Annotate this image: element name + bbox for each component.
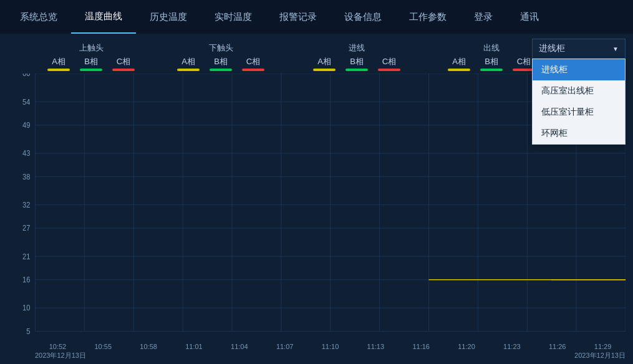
dropdown-option-incoming[interactable]: 进线柜 — [533, 59, 625, 80]
svg-text:38: 38 — [22, 172, 30, 181]
cabinet-dropdown-selected: 进线柜 — [539, 43, 565, 54]
svg-text:10: 10 — [22, 304, 31, 312]
time-label-1: 10:55 — [80, 343, 126, 350]
time-label-8: 11:16 — [399, 343, 444, 350]
group-upper-contact-label: 上触头 — [79, 42, 104, 54]
group-lower-contact: 下触头 A相 B相 C相 — [172, 42, 269, 71]
phase-outgoing-a: A相 — [443, 56, 475, 71]
nav-item-communication[interactable]: 通讯 — [506, 0, 553, 34]
phase-incoming-b: B相 — [341, 56, 373, 71]
phase-bar-upper-b — [80, 69, 102, 71]
svg-text:43: 43 — [22, 149, 30, 158]
phase-bar-incoming-c — [378, 69, 400, 71]
nav-item-history-temperature[interactable]: 历史温度 — [136, 0, 201, 34]
phase-upper-b: B相 — [75, 56, 107, 71]
nav-item-temperature-curve[interactable]: 温度曲线 — [71, 0, 136, 34]
dropdown-option-ring-network[interactable]: 环网柜 — [533, 123, 625, 144]
phase-incoming-a: A相 — [308, 56, 341, 71]
group-incoming: 进线 A相 B相 C相 — [308, 42, 405, 71]
phase-lower-c: C相 — [237, 56, 269, 71]
date-label-right: 2023年12月13日 — [574, 351, 626, 360]
time-label-7: 11:13 — [353, 343, 399, 350]
group-outgoing-label: 出线 — [483, 42, 500, 54]
time-label-0: 10:52 — [35, 343, 80, 350]
time-label-6: 11:10 — [307, 343, 353, 350]
time-label-5: 11:07 — [262, 343, 307, 350]
nav-item-system-overview[interactable]: 系统总览 — [6, 0, 71, 34]
chevron-down-icon: ▼ — [612, 46, 619, 52]
phase-bar-upper-a — [47, 69, 70, 71]
time-label-10: 11:23 — [489, 343, 534, 350]
cabinet-dropdown-menu: 进线柜 高压室出线柜 低压室计量柜 环网柜 — [532, 59, 626, 145]
time-label-4: 11:04 — [216, 343, 262, 350]
nav-item-alarm-record[interactable]: 报警记录 — [266, 0, 331, 34]
nav-item-work-params[interactable]: 工作参数 — [395, 0, 460, 34]
nav-item-device-info[interactable]: 设备信息 — [331, 0, 395, 34]
group-upper-contact: 上触头 A相 B相 C相 — [42, 42, 140, 71]
cabinet-dropdown-button[interactable]: 进线柜 ▼ — [532, 39, 626, 59]
cabinet-dropdown-wrapper: 进线柜 ▼ 进线柜 高压室出线柜 低压室计量柜 环网柜 — [532, 39, 626, 59]
phase-bar-upper-c — [112, 69, 135, 71]
phase-outgoing-b: B相 — [475, 56, 508, 71]
phase-header: 上触头 A相 B相 C相 下触头 A相 — [7, 39, 626, 71]
phase-incoming-c: C相 — [373, 56, 405, 71]
svg-text:49: 49 — [22, 121, 30, 130]
main-content: 上触头 A相 B相 C相 下触头 A相 — [0, 34, 633, 364]
svg-text:27: 27 — [22, 224, 30, 232]
phase-lower-b: B相 — [205, 56, 237, 71]
phase-lower-a: A相 — [172, 56, 205, 71]
phase-upper-c: C相 — [107, 56, 140, 71]
time-label-3: 11:01 — [172, 343, 217, 350]
nav-item-login[interactable]: 登录 — [460, 0, 506, 34]
phase-bar-outgoing-b — [480, 69, 503, 71]
date-axis: 2023年12月13日 2023年12月13日 — [7, 351, 626, 360]
svg-text:21: 21 — [22, 252, 30, 261]
group-outgoing: 出线 A相 B相 C相 — [443, 42, 540, 71]
phase-bar-incoming-a — [313, 69, 336, 71]
svg-text:16: 16 — [22, 275, 30, 284]
group-lower-contact-label: 下触头 — [209, 42, 233, 54]
phase-bar-lower-a — [177, 69, 200, 71]
nav-item-realtime-temperature[interactable]: 实时温度 — [201, 0, 266, 34]
svg-text:32: 32 — [22, 201, 30, 209]
svg-text:54: 54 — [22, 97, 31, 106]
phase-bar-outgoing-a — [448, 69, 470, 71]
phase-bar-incoming-b — [345, 69, 368, 71]
time-axis: 10:52 10:55 10:58 11:01 11:04 11:07 11:1… — [7, 343, 626, 350]
navigation: 系统总览 温度曲线 历史温度 实时温度 报警记录 设备信息 工作参数 登录 通讯 — [0, 0, 633, 34]
phase-bar-lower-c — [242, 69, 264, 71]
time-label-2: 10:58 — [126, 343, 172, 350]
time-label-12: 11:29 — [580, 343, 626, 350]
phase-upper-a: A相 — [42, 56, 75, 71]
phase-bar-lower-b — [210, 69, 232, 71]
time-label-11: 11:26 — [534, 343, 580, 350]
time-label-9: 11:20 — [444, 343, 490, 350]
svg-text:60: 60 — [22, 74, 31, 77]
dropdown-option-low-voltage-metering[interactable]: 低压室计量柜 — [533, 102, 625, 123]
svg-text:5: 5 — [26, 327, 30, 335]
group-incoming-label: 进线 — [349, 42, 365, 54]
date-label-left: 2023年12月13日 — [35, 351, 86, 360]
dropdown-option-high-voltage-outgoing[interactable]: 高压室出线柜 — [533, 80, 625, 102]
